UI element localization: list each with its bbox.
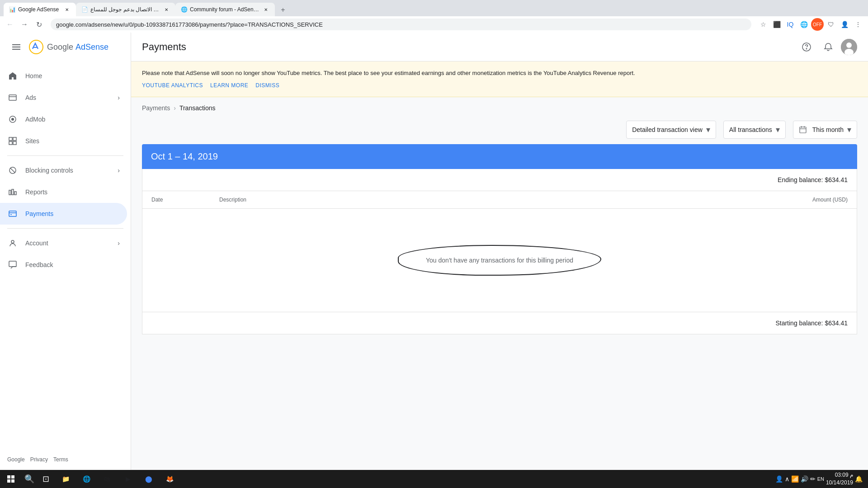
sidebar-item-sites[interactable]: Sites [0, 130, 127, 152]
taskbar-apps: 📁 🌐 🛍 ▶ ⬤ 🦊 [56, 471, 179, 487]
more-options-icon[interactable]: ⋮ [852, 18, 864, 31]
sidebar-item-payments[interactable]: Payments [0, 203, 127, 225]
sidebar-item-label-payments: Payments [25, 210, 53, 217]
sidebar-item-blocking[interactable]: Blocking controls › [0, 160, 127, 181]
blocking-expand-icon: › [118, 167, 120, 174]
taskbar-app-edge[interactable]: 🌐 [76, 471, 96, 487]
view-dropdown-arrow: ▾ [706, 125, 710, 135]
extension-icon-2[interactable]: IQ [784, 18, 797, 31]
breadcrumb-separator: › [174, 104, 176, 112]
tray-icon-pen[interactable]: ✏ [810, 475, 816, 483]
tab-title-1: Google AdSense [18, 6, 61, 13]
browser-right-icons: ☆ ⬛ IQ 🌐 OFF 🛡 👤 ⋮ [757, 18, 864, 31]
account-expand-icon: › [118, 239, 120, 247]
browser-controls: ← → ↻ google.com/adsense/new/u/0/pub-109… [0, 16, 868, 33]
svg-rect-11 [13, 141, 16, 145]
tab-3[interactable]: 🌐 Community forum - AdSense He ✕ [175, 3, 275, 16]
extension-icon-5[interactable]: 🛡 [825, 18, 837, 31]
taskbar-app-chrome[interactable]: ⬤ [139, 471, 159, 487]
notification-button[interactable] [819, 38, 837, 56]
sidebar-item-ads[interactable]: Ads › [0, 87, 127, 108]
column-description: Description [219, 197, 780, 203]
taskbar-app-store[interactable]: 🛍 [97, 471, 117, 487]
taskbar-app-firefox[interactable]: 🦊 [160, 471, 179, 487]
reload-button[interactable]: ↻ [33, 18, 45, 31]
browser-chrome: 📊 Google AdSense ✕ 📄 كيفية الاتصال بدعم … [0, 0, 868, 33]
tray-icon-network[interactable]: 📶 [791, 475, 799, 483]
tray-icon-person[interactable]: 👤 [775, 475, 783, 483]
extension-icon-3[interactable]: 🌐 [797, 18, 810, 31]
notification-link-learn[interactable]: LEARN MORE [210, 81, 248, 89]
extension-icon-1[interactable]: ⬛ [770, 18, 783, 31]
start-button[interactable] [2, 471, 20, 487]
empty-state-box: You don't have any transactions for this… [398, 245, 601, 276]
empty-state-message: You don't have any transactions for this… [426, 257, 573, 264]
tab-close-3[interactable]: ✕ [262, 6, 269, 13]
view-dropdown[interactable]: Detailed transaction view ▾ [626, 121, 716, 139]
tray-icon-chevron[interactable]: ∧ [785, 475, 789, 483]
nav-divider-2 [7, 228, 123, 229]
svg-rect-2 [12, 49, 20, 50]
tab-favicon-3: 🌐 [181, 6, 187, 13]
tab-title-3: Community forum - AdSense He [190, 6, 259, 13]
extension-icon-4[interactable]: OFF [811, 18, 824, 31]
sidebar-item-label-blocking: Blocking controls [25, 167, 73, 174]
page-title: Payments [142, 41, 790, 53]
svg-rect-14 [9, 190, 11, 195]
column-date: Date [151, 197, 219, 203]
svg-rect-31 [7, 475, 10, 479]
taskbar-app-media[interactable]: ▶ [118, 471, 138, 487]
ads-expand-icon: › [118, 94, 120, 101]
hamburger-button[interactable] [7, 38, 25, 56]
user-avatar[interactable] [841, 39, 857, 55]
tab-bar: 📊 Google AdSense ✕ 📄 كيفية الاتصال بدعم … [0, 0, 868, 16]
tray-icon-lang[interactable]: EN [817, 476, 824, 482]
taskbar-cortana[interactable]: ⊡ [39, 471, 53, 487]
sidebar-item-reports[interactable]: Reports [0, 181, 127, 203]
tray-icon-notification[interactable]: 🔔 [855, 475, 863, 483]
breadcrumb-payments[interactable]: Payments [142, 104, 170, 112]
sidebar-item-account[interactable]: Account › [0, 232, 127, 254]
forward-button[interactable]: → [18, 18, 31, 31]
footer-link-privacy[interactable]: Privacy [30, 456, 48, 463]
tray-icon-volume[interactable]: 🔊 [801, 475, 808, 483]
filter-dropdown[interactable]: All transactions ▾ [723, 121, 786, 139]
starting-balance-label: Starting balance: [775, 319, 823, 327]
empty-state: You don't have any transactions for this… [142, 209, 857, 312]
taskbar-search[interactable]: 🔍 [21, 471, 38, 487]
sidebar-item-admob[interactable]: AdMob [0, 108, 127, 130]
sidebar-item-feedback[interactable]: Feedback [0, 254, 127, 276]
sidebar-item-label-account: Account [25, 239, 48, 247]
transaction-section: Oct 1 – 14, 2019 Ending balance: $634.41… [142, 144, 857, 334]
footer-link-terms[interactable]: Terms [53, 456, 68, 463]
tab-close-1[interactable]: ✕ [63, 6, 71, 13]
tray-clock[interactable]: 03:09 م 10/14/2019 [826, 471, 853, 487]
sidebar-header: Google AdSense [0, 33, 131, 61]
address-bar[interactable]: google.com/adsense/new/u/0/pub-109338716… [51, 19, 751, 30]
tab-title-2: كيفية الاتصال بدعم جوجل للمساع [90, 6, 160, 13]
notification-link-dismiss[interactable]: DISMISS [255, 81, 279, 89]
date-dropdown[interactable]: This month ▾ [793, 121, 857, 139]
svg-rect-33 [7, 479, 10, 483]
adsense-logo: Google AdSense [29, 40, 108, 54]
svg-point-20 [11, 240, 14, 243]
bookmark-icon[interactable]: ☆ [757, 18, 769, 31]
tab-1[interactable]: 📊 Google AdSense ✕ [4, 3, 76, 16]
help-button[interactable] [797, 38, 816, 56]
view-dropdown-label: Detailed transaction view [632, 126, 703, 133]
tab-close-2[interactable]: ✕ [163, 6, 170, 13]
footer-link-google[interactable]: Google [7, 456, 25, 463]
taskbar-app-files[interactable]: 📁 [56, 471, 75, 487]
payments-icon [7, 208, 18, 219]
sites-icon [7, 136, 18, 146]
notification-link-youtube[interactable]: YOUTUBE ANALYTICS [142, 81, 203, 89]
tab-2[interactable]: 📄 كيفية الاتصال بدعم جوجل للمساع ✕ [76, 3, 175, 16]
back-button[interactable]: ← [4, 18, 16, 31]
sidebar-item-label-admob: AdMob [25, 116, 45, 123]
sidebar-item-home[interactable]: Home [0, 65, 127, 87]
taskbar-tray: 👤 ∧ 📶 🔊 ✏ EN 03:09 م 10/14/2019 🔔 [772, 471, 866, 487]
user-profile-icon[interactable]: 👤 [838, 18, 851, 31]
breadcrumb-transactions: Transactions [179, 104, 216, 112]
taskbar: 🔍 ⊡ 📁 🌐 🛍 ▶ ⬤ 🦊 👤 ∧ 📶 🔊 ✏ EN 03:09 م 10/… [0, 470, 868, 488]
new-tab-button[interactable]: + [277, 4, 289, 16]
